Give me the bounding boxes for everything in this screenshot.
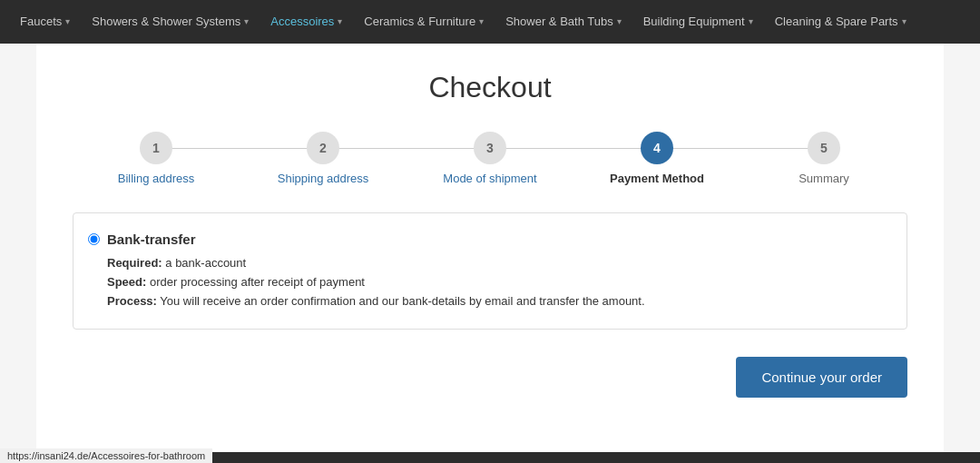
bank-transfer-option: Bank-transfer Required: a bank-account S… [88,232,888,310]
status-bar: https://insani24.de/Accessoires-for-bath… [0,448,212,463]
step-3-circle: 3 [474,132,506,164]
continue-row: Continue your order [73,348,907,398]
checkout-steps: 1 Billing address 2 Shipping address 3 M… [73,132,907,185]
step-3-label[interactable]: Mode of shipment [443,172,536,185]
nav-accessoires[interactable]: Accessoires ▾ [260,0,353,44]
step-1: 1 Billing address [73,132,240,185]
step-5-circle: 5 [808,132,840,164]
main-content: Checkout 1 Billing address 2 Shipping ad… [36,44,944,452]
bank-transfer-details: Bank-transfer Required: a bank-account S… [107,232,645,310]
nav-faucets[interactable]: Faucets ▾ [9,0,81,44]
step-4-label: Payment Method [610,172,704,185]
nav-showers-arrow: ▾ [244,0,249,44]
bank-transfer-speed: Speed: order processing after receipt of… [107,273,645,292]
step-5: 5 Summary [740,132,907,185]
step-2-label[interactable]: Shipping address [278,172,368,185]
nav-faucets-arrow: ▾ [65,0,70,44]
step-1-label[interactable]: Billing address [118,172,195,185]
bank-transfer-required: Required: a bank-account [107,254,645,273]
bank-transfer-radio[interactable] [88,233,100,245]
payment-box: Bank-transfer Required: a bank-account S… [73,212,907,330]
nav-ceramics[interactable]: Ceramics & Furniture ▾ [353,0,495,44]
step-2-circle: 2 [307,132,339,164]
nav-ceramics-arrow: ▾ [479,0,484,44]
step-2: 2 Shipping address [240,132,407,185]
step-3: 3 Mode of shipment [407,132,573,185]
continue-button[interactable]: Continue your order [736,357,907,398]
bank-transfer-process: Process: You will receive an order confi… [107,292,645,311]
nav-cleaning[interactable]: Cleaning & Spare Parts ▾ [764,0,917,44]
nav-building[interactable]: Building Equipment ▾ [632,0,764,44]
nav-shower-bath[interactable]: Shower & Bath Tubs ▾ [495,0,632,44]
step-4-circle: 4 [641,132,673,164]
bank-transfer-title: Bank-transfer [107,232,645,247]
nav-cleaning-arrow: ▾ [902,0,906,44]
nav-building-arrow: ▾ [749,0,753,44]
nav-accessoires-arrow: ▾ [338,0,342,44]
nav-shower-bath-arrow: ▾ [617,0,622,44]
page-title: Checkout [73,71,907,104]
step-1-circle: 1 [140,132,172,164]
step-5-label: Summary [799,172,849,185]
step-4: 4 Payment Method [573,132,740,185]
main-nav: Faucets ▾ Showers & Shower Systems ▾ Acc… [0,0,980,44]
nav-showers[interactable]: Showers & Shower Systems ▾ [81,0,260,44]
